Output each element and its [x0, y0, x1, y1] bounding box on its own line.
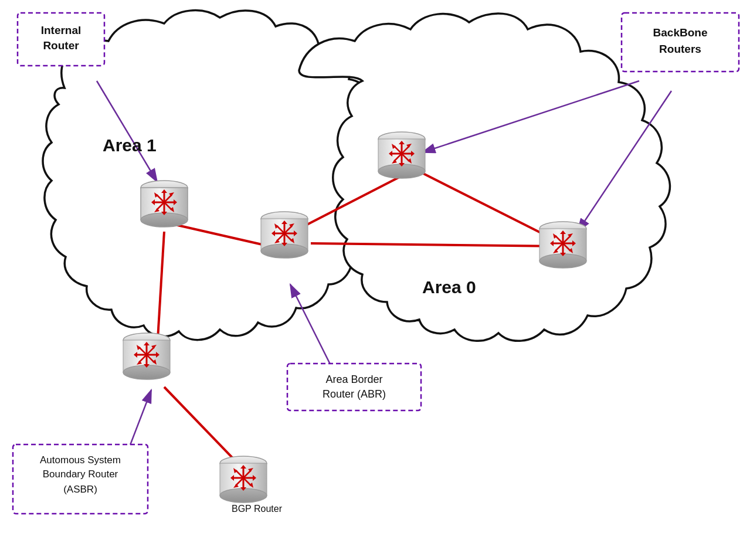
area0-label: Area 0 — [422, 277, 476, 297]
asbr-label-line1: Automous System — [40, 454, 121, 466]
internal-router-label-line2: Router — [43, 39, 79, 52]
asbr-label-line3: (ASBR) — [63, 484, 97, 495]
backbone-routers-label-line1: BackBone — [653, 26, 708, 39]
backbone-routers-label-line2: Routers — [659, 43, 701, 55]
abr-label-line2: Router (ABR) — [323, 388, 386, 400]
abr-label-line1: Area Border — [325, 374, 382, 385]
backbone-routers-box — [622, 13, 739, 72]
bgp-router-label: BGP Router — [232, 504, 283, 514]
abr-box — [287, 364, 421, 410]
asbr-label-line2: Boundary Router — [43, 469, 118, 480]
internal-router-label-line1: Internal — [41, 24, 82, 36]
area1-label: Area 1 — [103, 135, 157, 155]
